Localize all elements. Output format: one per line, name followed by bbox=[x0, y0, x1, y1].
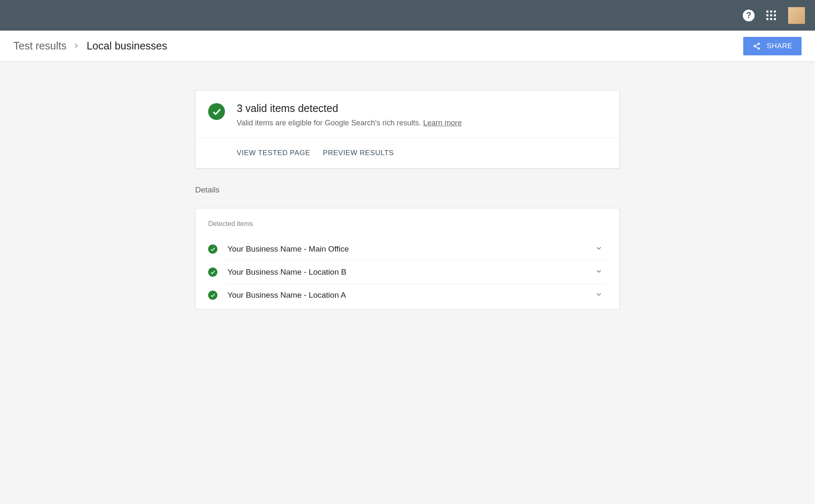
detected-item-name: Your Business Name - Location A bbox=[227, 291, 585, 300]
details-card: Detected items Your Business Name - Main… bbox=[195, 208, 620, 309]
breadcrumb-bar: Test results Local businesses SHARE bbox=[0, 31, 815, 62]
svg-point-0 bbox=[758, 42, 760, 44]
preview-results-button[interactable]: PREVIEW RESULTS bbox=[323, 149, 394, 157]
chevron-down-icon bbox=[595, 291, 603, 300]
breadcrumb-current: Local businesses bbox=[86, 40, 167, 52]
detected-item[interactable]: Your Business Name - Main Office bbox=[208, 238, 607, 260]
main-content: 3 valid items detected Valid items are e… bbox=[187, 90, 628, 309]
details-section-label: Details bbox=[195, 185, 620, 195]
chevron-right-icon bbox=[74, 42, 79, 50]
detected-item[interactable]: Your Business Name - Location B bbox=[208, 261, 607, 283]
help-icon[interactable]: ? bbox=[743, 10, 755, 21]
chevron-down-icon bbox=[595, 244, 603, 254]
summary-actions: VIEW TESTED PAGE PREVIEW RESULTS bbox=[196, 138, 619, 168]
check-circle-icon bbox=[208, 291, 217, 300]
summary-card: 3 valid items detected Valid items are e… bbox=[195, 90, 620, 169]
learn-more-link[interactable]: Learn more bbox=[423, 119, 462, 127]
summary-text: 3 valid items detected Valid items are e… bbox=[237, 102, 462, 127]
detected-items-label: Detected items bbox=[208, 220, 607, 228]
detected-item-name: Your Business Name - Main Office bbox=[227, 244, 585, 254]
summary-subtitle-text: Valid items are eligible for Google Sear… bbox=[237, 119, 423, 127]
svg-point-2 bbox=[758, 47, 760, 49]
top-bar: ? bbox=[0, 0, 815, 31]
detected-item-name: Your Business Name - Location B bbox=[227, 268, 585, 277]
share-button[interactable]: SHARE bbox=[743, 37, 802, 55]
svg-point-1 bbox=[753, 45, 755, 47]
share-icon bbox=[752, 42, 761, 50]
apps-grid-icon[interactable] bbox=[766, 10, 776, 21]
check-circle-icon bbox=[208, 244, 217, 254]
summary-subtitle: Valid items are eligible for Google Sear… bbox=[237, 119, 462, 127]
chevron-down-icon bbox=[595, 268, 603, 277]
check-circle-icon bbox=[208, 268, 217, 277]
breadcrumb-parent[interactable]: Test results bbox=[13, 40, 66, 52]
summary-header: 3 valid items detected Valid items are e… bbox=[196, 91, 619, 138]
detected-item[interactable]: Your Business Name - Location A bbox=[208, 284, 607, 307]
view-tested-page-button[interactable]: VIEW TESTED PAGE bbox=[237, 149, 310, 157]
summary-title: 3 valid items detected bbox=[237, 102, 462, 114]
check-circle-icon bbox=[208, 103, 225, 120]
breadcrumb: Test results Local businesses bbox=[13, 40, 167, 52]
share-button-label: SHARE bbox=[767, 42, 792, 50]
avatar[interactable] bbox=[788, 7, 805, 24]
